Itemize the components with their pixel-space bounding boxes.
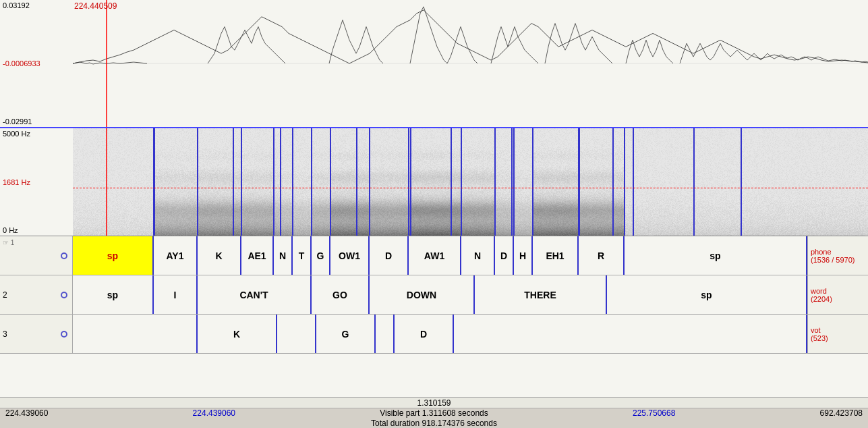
word-cell-go[interactable]: GO <box>312 275 370 314</box>
frequency-line <box>73 188 868 188</box>
word-cell-sp-1[interactable]: sp <box>73 275 154 314</box>
vot-cell-k[interactable]: K <box>198 315 277 353</box>
vot-cell-d[interactable]: D <box>395 315 454 353</box>
phone-cell-n1[interactable]: N <box>274 236 293 275</box>
tier-number-2: 2 <box>0 275 73 314</box>
tier-1-right-label: phone (1536 / 5970) <box>807 236 868 275</box>
tier-boundary <box>693 128 695 236</box>
center-status: Visible part 1.311608 seconds <box>380 408 488 418</box>
tier-boundary <box>511 128 513 236</box>
tier-2-right-label: word (2204) <box>807 275 868 314</box>
phone-cell-sp-1[interactable]: sp <box>73 236 154 275</box>
tier-1-cells: sp AY1 K AE1 N T G OW1 D AW1 N D H EH1 R… <box>73 236 807 275</box>
tiers-section: ☞ 1 sp AY1 K AE1 N T G OW1 D AW1 N D H E… <box>0 236 868 397</box>
main-container: 224.440509 0.03192 -0.0006933 -0.02991 <box>0 0 868 428</box>
right-blue-time: 225.750668 <box>633 408 675 418</box>
status-row3: Total duration 918.174376 seconds <box>0 419 868 428</box>
spec-label-bottom: 0 Hz <box>3 226 70 234</box>
spectrogram-section: 5000 Hz 1681 Hz 0 Hz <box>0 128 868 236</box>
tier-1-label-title: phone <box>811 248 832 256</box>
tier-2-label-value: (2204) <box>811 295 832 303</box>
spec-label-middle: 1681 Hz <box>3 178 70 186</box>
vot-cell-g[interactable]: G <box>316 315 376 353</box>
tier-boundary <box>741 128 742 236</box>
phone-cell-t[interactable]: T <box>293 236 312 275</box>
phone-cell-sp-2[interactable]: sp <box>625 236 807 275</box>
status-row1: 1.310159 <box>0 398 868 408</box>
tier-circle-3 <box>61 331 67 338</box>
tier-boundary <box>356 128 357 236</box>
tier-boundary <box>451 128 452 236</box>
vot-cell-empty-4[interactable] <box>454 315 807 353</box>
tier-2-cells: sp I CAN'T GO DOWN THERE sp <box>73 275 807 314</box>
left-blue-time: 224.439060 <box>193 408 235 418</box>
total-duration: Total duration 918.174376 seconds <box>371 419 497 428</box>
spec-label-top: 5000 Hz <box>3 130 70 138</box>
tier-number-3: 3 <box>0 315 73 353</box>
tier-circle-2 <box>61 292 67 298</box>
phone-cell-aw1[interactable]: AW1 <box>409 236 461 275</box>
tier-row-3: 3 K G D vot (523) <box>0 315 868 354</box>
spectrogram-display[interactable] <box>73 128 868 236</box>
phone-cell-d2[interactable]: D <box>495 236 514 275</box>
tier-boundary <box>410 128 411 236</box>
tier-icon-1: ☞ 1 <box>3 239 14 246</box>
word-cell-there[interactable]: THERE <box>475 275 607 314</box>
waveform-labels: 0.03192 -0.0006933 -0.02991 <box>0 0 73 127</box>
tier-index-3: 3 <box>3 329 7 339</box>
phone-cell-n2[interactable]: N <box>461 236 495 275</box>
phone-cell-ae1[interactable]: AE1 <box>241 236 274 275</box>
tier-boundary <box>154 128 155 236</box>
tier-3-right-label: vot (523) <box>807 315 868 353</box>
tier-boundary <box>579 128 580 236</box>
phone-cell-eh1[interactable]: EH1 <box>533 236 579 275</box>
cursor-time-label: 224.440509 <box>74 1 117 11</box>
vot-cell-empty-3[interactable] <box>376 315 395 353</box>
tier-boundary <box>280 128 281 236</box>
tier-row-1: ☞ 1 sp AY1 K AE1 N T G OW1 D AW1 N D H E… <box>0 236 868 275</box>
wave-label-top: 0.03192 <box>3 1 70 9</box>
tier-1-label-value: (1536 / 5970) <box>811 256 855 264</box>
word-cell-i[interactable]: I <box>154 275 198 314</box>
time-marker: 1.310159 <box>417 398 451 408</box>
tier-3-label-value: (523) <box>811 334 828 342</box>
wave-label-middle: -0.0006933 <box>3 59 70 68</box>
vot-cell-empty-2[interactable] <box>277 315 316 353</box>
phone-cell-ay1[interactable]: AY1 <box>154 236 198 275</box>
phone-cell-h[interactable]: H <box>514 236 533 275</box>
tier-number-1: ☞ 1 <box>0 236 73 275</box>
tier-row-2: 2 sp I CAN'T GO DOWN THERE sp word (2204… <box>0 275 868 315</box>
wave-label-bottom: -0.02991 <box>3 117 70 126</box>
phone-cell-d1[interactable]: D <box>370 236 409 275</box>
tier-3-cells: K G D <box>73 315 807 353</box>
tier-boundary <box>612 128 614 236</box>
waveform-display[interactable] <box>73 0 868 127</box>
tier-3-label-title: vot <box>811 326 821 334</box>
tier-boundary <box>233 128 234 236</box>
spectrogram-labels: 5000 Hz 1681 Hz 0 Hz <box>0 128 73 236</box>
left-time: 224.439060 <box>5 408 48 418</box>
word-cell-cant[interactable]: CAN'T <box>198 275 312 314</box>
phone-cell-ow1[interactable]: OW1 <box>330 236 370 275</box>
phone-cell-g1[interactable]: G <box>312 236 330 275</box>
status-bar: 1.310159 224.439060 224.439060 Visible p… <box>0 397 868 428</box>
phone-cell-r[interactable]: R <box>579 236 625 275</box>
tier-2-label-title: word <box>811 287 827 295</box>
waveform-section: 224.440509 0.03192 -0.0006933 -0.02991 <box>0 0 868 128</box>
phone-cell-k1[interactable]: K <box>198 236 241 275</box>
tier-boundary <box>633 128 634 236</box>
vot-cell-empty-1[interactable] <box>73 315 198 353</box>
word-cell-sp-2[interactable]: sp <box>607 275 807 314</box>
tier-circle-1 <box>61 252 67 259</box>
status-row2: 224.439060 224.439060 Visible part 1.311… <box>0 408 868 418</box>
right-time: 692.423708 <box>820 408 863 418</box>
tier-index-2: 2 <box>3 290 7 300</box>
word-cell-down[interactable]: DOWN <box>370 275 475 314</box>
